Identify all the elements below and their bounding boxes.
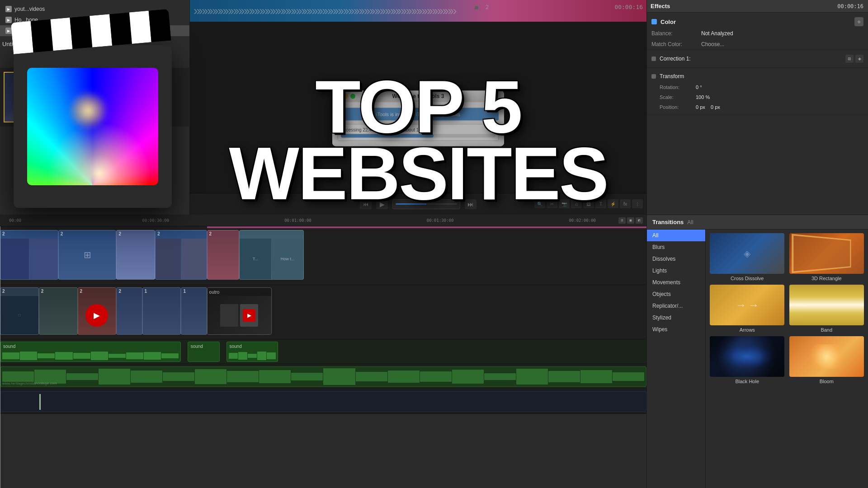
thumbnail-area: ▶ transfer music without itunes 22-Feb-2… xyxy=(0,68,190,127)
sound-track-3 xyxy=(0,389,646,414)
timecode-right: 00:00:16 xyxy=(837,3,863,9)
transition-cross-dissolve[interactable]: ◈ Cross Dissolve xyxy=(709,233,785,281)
correction-tool-1[interactable]: ⊞ xyxy=(845,55,854,63)
rewind-button[interactable]: ⏮ xyxy=(360,199,372,209)
clip-v2-4[interactable]: 2 xyxy=(116,287,142,335)
forward-button[interactable]: ⏭ xyxy=(465,199,476,209)
preview-background: Welcome to iTools 3 iTools is installing… xyxy=(190,22,646,215)
media-item-2[interactable]: ▶ Ho...hone xyxy=(0,14,189,25)
event-info: transfer music without itunes 22-Feb-201… xyxy=(87,90,186,104)
effects-title: Effects xyxy=(651,3,670,9)
category-lights-label: Lights xyxy=(652,267,667,274)
black-hole-thumbnail xyxy=(710,336,784,377)
tool-icon-text[interactable]: T xyxy=(595,199,606,208)
category-stylized[interactable]: Stylized xyxy=(647,312,705,324)
main-thumbnail[interactable]: ▶ xyxy=(4,72,85,122)
scrubber[interactable] xyxy=(392,199,460,209)
sound-clip-1[interactable]: sound xyxy=(0,342,181,362)
clip-v2-5[interactable]: 1 xyxy=(142,287,181,335)
transitions-filter: All xyxy=(687,219,693,225)
category-movements[interactable]: Movements xyxy=(647,277,705,288)
counter-display: ■ 2 xyxy=(475,4,489,10)
clip-strip-6: T... How t... xyxy=(240,239,303,279)
rect-3d-label: 3D Rectangle xyxy=(811,276,842,281)
transform-header[interactable]: Transform xyxy=(651,70,863,82)
clip-v1-3[interactable]: 2 xyxy=(116,230,155,280)
tl-tool-2[interactable]: ▣ xyxy=(627,217,634,224)
correction-header[interactable]: Correction 1: ⊞ ◈ xyxy=(651,53,863,65)
clip-v1-1[interactable]: 2 xyxy=(0,230,58,280)
transform-details: Rotation: 0 ° Scale: 100 % Position: 0 p… xyxy=(651,82,863,112)
clip-v2-3[interactable]: 2 ▶ xyxy=(78,287,117,335)
media-item-label-3: tran...nes xyxy=(14,28,37,34)
tool-icon-zoom[interactable]: 🔍 xyxy=(534,199,545,208)
clip-v1-5[interactable]: 2 xyxy=(207,230,240,280)
category-all[interactable]: All xyxy=(647,230,705,241)
watermark: www.heritagechristiancollege.com xyxy=(2,381,57,385)
balance-value: Not Analyzed xyxy=(701,30,733,37)
sound-clip-wide[interactable]: www.heritagechristiancollege.com xyxy=(0,366,646,387)
tool-icon-music[interactable]: ♫ xyxy=(571,199,582,208)
color-section-header[interactable]: Color + xyxy=(651,15,863,28)
match-color-label: Match Color: xyxy=(651,41,701,47)
transition-band[interactable]: Band xyxy=(789,285,865,333)
sound-clip-2[interactable]: sound xyxy=(188,342,220,362)
tl-tool-1[interactable]: ⊡ xyxy=(618,217,626,224)
tool-icon-more[interactable]: ⋮ xyxy=(632,199,643,208)
sound-clip-3[interactable]: sound xyxy=(226,342,278,362)
arrows-thumbnail: → → xyxy=(710,285,784,325)
cross-dissolve-thumbnail: ◈ xyxy=(710,233,784,274)
add-correction-button[interactable]: + xyxy=(854,17,863,26)
clip-v1-4[interactable]: 2 xyxy=(155,230,207,280)
correction-tool-2[interactable]: ◈ xyxy=(855,55,863,63)
progress-track xyxy=(341,134,495,137)
transition-3d-rectangle[interactable]: 3D Rectangle xyxy=(789,233,865,281)
category-blurs[interactable]: Blurs xyxy=(647,241,705,253)
clip-v1-2[interactable]: 2 ⊞ xyxy=(58,230,117,280)
clip-v2-6[interactable]: 1 xyxy=(181,287,207,335)
waveform-strip: »»»»»»»»»»»»»»»»»»»»»»»»»»»»»»»»»»»»»»»»… xyxy=(190,0,646,22)
outro-clip[interactable]: outro ▶ xyxy=(207,287,272,335)
timecode-0: 00:00 xyxy=(9,218,21,223)
clip-v1-6[interactable]: T... How t... xyxy=(239,230,304,280)
category-replicator[interactable]: Replicator/... xyxy=(647,300,705,312)
correction-section: Correction 1: ⊞ ◈ xyxy=(647,50,868,68)
tl-tool-3[interactable]: ◩ xyxy=(636,217,643,224)
media-item-1[interactable]: ▶ yout...videos xyxy=(0,4,189,14)
sound-track-1: sound sound sound xyxy=(0,339,646,364)
transition-arrows[interactable]: → → Arrows xyxy=(709,285,785,333)
transition-black-hole[interactable]: Black Hole xyxy=(709,336,785,384)
maximize-button-green[interactable] xyxy=(350,94,355,99)
category-lights[interactable]: Lights xyxy=(647,265,705,277)
clip-strip-4 xyxy=(156,239,206,279)
category-dissolves[interactable]: Dissolves xyxy=(647,253,705,265)
waveform-1 xyxy=(0,350,180,361)
itools-dialog[interactable]: Welcome to iTools 3 iTools is installing… xyxy=(332,90,504,146)
play-button[interactable]: ▶ xyxy=(376,199,388,209)
close-button-red[interactable] xyxy=(336,94,341,99)
itools-progress-area: Accessing 22.4 MB Remaining about 1:25m xyxy=(338,124,499,141)
category-objects[interactable]: Objects xyxy=(647,288,705,300)
itools-titlebar: Welcome to iTools 3 xyxy=(332,90,504,102)
category-wipes[interactable]: Wipes xyxy=(647,324,705,335)
minimize-button-yellow[interactable] xyxy=(343,94,348,99)
tool-icon-generator[interactable]: ⚡ xyxy=(608,199,618,208)
tool-icon-blade[interactable]: ✂ xyxy=(547,199,557,208)
balance-row: Balance: Not Analyzed xyxy=(651,28,863,39)
category-objects-label: Objects xyxy=(652,291,671,297)
timecode-30: 00:00:30:00 xyxy=(142,218,170,223)
transitions-title: Transitions xyxy=(652,219,684,225)
itools-progress-text: Accessing 22.4 MB Remaining about 1:25m xyxy=(341,127,495,132)
category-dissolves-label: Dissolves xyxy=(652,256,675,262)
clip-v2-2[interactable]: 2 xyxy=(39,287,78,335)
clip-v2-1[interactable]: 2 □ xyxy=(0,287,39,335)
sound-label-1: sound xyxy=(3,344,15,349)
media-item-3[interactable]: ▶ tran...nes xyxy=(0,25,189,36)
match-color-value[interactable]: Choose... xyxy=(701,41,724,47)
transition-bloom[interactable]: Bloom xyxy=(789,336,865,384)
tool-icon-snapshot[interactable]: 📷 xyxy=(559,199,570,208)
tool-icon-fx[interactable]: fx xyxy=(620,199,631,208)
category-movements-label: Movements xyxy=(652,279,680,286)
sound-label-3: sound xyxy=(230,344,242,349)
tool-icon-image[interactable]: 🖼 xyxy=(583,199,594,208)
